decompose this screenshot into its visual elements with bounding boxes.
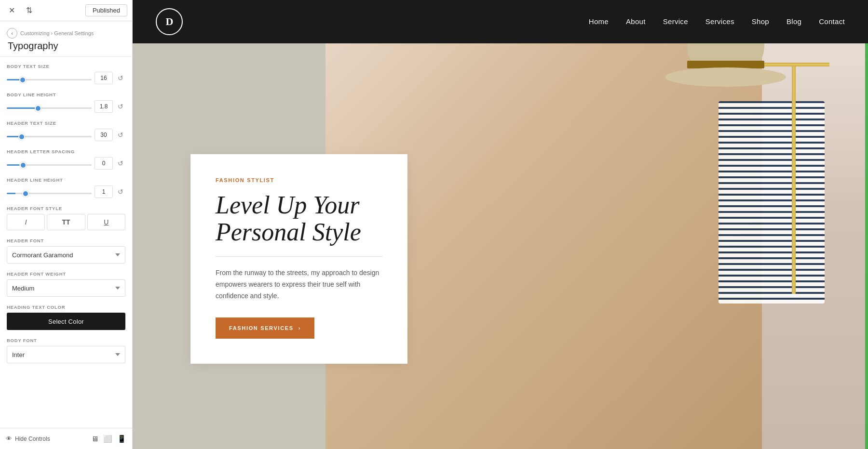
nav-item-home[interactable]: Home [589, 17, 609, 26]
allcaps-button[interactable]: TT [47, 214, 85, 230]
nav-link-blog[interactable]: Blog [787, 17, 801, 26]
hide-controls-button[interactable]: 👁 Hide Controls [6, 435, 50, 442]
header-line-height-slider[interactable] [7, 193, 92, 194]
header-letter-spacing-row: ↺ [7, 157, 125, 170]
font-style-row: I TT U [7, 214, 125, 230]
header-font-style-label: HEADER FONT STYLE [7, 206, 125, 211]
panel-title: Typography [7, 40, 125, 52]
header-font-weight-group: HEADER FONT WEIGHT Thin Light Regular Me… [7, 271, 125, 297]
header-line-height-row: ↺ [7, 185, 125, 198]
header-letter-spacing-input[interactable] [95, 157, 113, 170]
header-font-style-group: HEADER FONT STYLE I TT U [7, 206, 125, 230]
body-text-size-reset[interactable]: ↺ [116, 73, 125, 83]
header-text-size-row: ↺ [7, 129, 125, 141]
view-icons: 🖥 ⬜ 📱 [91, 435, 126, 443]
bottom-bar: 👁 Hide Controls 🖥 ⬜ 📱 [0, 428, 132, 449]
body-line-height-slider-wrap [7, 102, 92, 111]
eye-icon: 👁 [6, 435, 12, 442]
left-panel: ✕ ⇅ Published ‹ Customizing › General Se… [0, 0, 133, 449]
settings-content: BODY TEXT SIZE ↺ BODY LINE HEIGHT ↺ [0, 57, 132, 449]
body-font-group: BODY FONT Inter Open Sans Roboto Lato [7, 338, 125, 363]
header-font-dropdown[interactable]: Cormorant Garamond Playfair Display Lora… [7, 246, 125, 264]
published-button[interactable]: Published [85, 4, 127, 16]
header-text-size-slider-wrap [7, 131, 92, 139]
mobile-view-icon[interactable]: 📱 [117, 435, 126, 443]
hero-section: FASHION STYLIST Level Up Your Personal S… [133, 43, 868, 449]
nav-link-about[interactable]: About [626, 17, 646, 26]
header-font-label: HEADER FONT [7, 238, 125, 243]
close-icon[interactable]: ✕ [5, 4, 18, 17]
body-line-height-label: BODY LINE HEIGHT [7, 92, 125, 97]
hat-brim [665, 67, 786, 87]
top-bar-icons: ✕ ⇅ [5, 4, 36, 17]
panel-header: ‹ Customizing › General Settings Typogra… [0, 21, 132, 57]
header-line-height-reset[interactable]: ↺ [116, 187, 125, 197]
select-color-button[interactable]: Select Color [7, 313, 125, 330]
heading-text-color-label: HEADING TEXT COLOR [7, 304, 125, 310]
green-bar [865, 43, 868, 449]
body-font-label: BODY FONT [7, 338, 125, 343]
site-nav: D Home About Service Services Shop Blog … [133, 0, 868, 43]
header-font-group: HEADER FONT Cormorant Garamond Playfair … [7, 238, 125, 264]
header-line-height-label: HEADER LINE HEIGHT [7, 177, 125, 183]
header-line-height-group: HEADER LINE HEIGHT ↺ [7, 177, 125, 198]
italic-button[interactable]: I [7, 214, 45, 230]
header-letter-spacing-slider[interactable] [7, 164, 92, 166]
swap-icon[interactable]: ⇅ [22, 4, 36, 17]
body-text-size-slider-wrap [7, 74, 92, 82]
header-text-size-group: HEADER TEXT SIZE ↺ [7, 120, 125, 141]
nav-link-home[interactable]: Home [589, 17, 609, 26]
header-font-weight-dropdown[interactable]: Thin Light Regular Medium Bold [7, 279, 125, 297]
tablet-view-icon[interactable]: ⬜ [103, 435, 112, 443]
card-divider [216, 256, 382, 257]
back-button[interactable]: ‹ [7, 28, 17, 39]
body-text-size-input[interactable] [95, 72, 113, 84]
nav-link-services[interactable]: Services [705, 17, 734, 26]
cta-button[interactable]: FASHION SERVICES › [216, 317, 314, 339]
body-line-height-group: BODY LINE HEIGHT ↺ [7, 92, 125, 113]
header-text-size-input[interactable] [95, 129, 113, 141]
site-logo: D [156, 8, 183, 35]
header-text-size-label: HEADER TEXT SIZE [7, 120, 125, 126]
nav-item-blog[interactable]: Blog [787, 17, 801, 26]
cta-label: FASHION SERVICES [229, 325, 294, 331]
body-line-height-reset[interactable]: ↺ [116, 102, 125, 111]
header-letter-spacing-reset[interactable]: ↺ [116, 158, 125, 168]
nav-item-service[interactable]: Service [663, 17, 688, 26]
top-bar: ✕ ⇅ Published [0, 0, 132, 21]
desktop-view-icon[interactable]: 🖥 [91, 435, 98, 443]
card-category: FASHION STYLIST [216, 177, 382, 183]
nav-link-contact[interactable]: Contact [819, 17, 845, 26]
hero-card: FASHION STYLIST Level Up Your Personal S… [190, 154, 407, 364]
nav-item-contact[interactable]: Contact [819, 17, 845, 26]
header-letter-spacing-group: HEADER LETTER SPACING ↺ [7, 149, 125, 170]
nav-link-shop[interactable]: Shop [752, 17, 769, 26]
nav-item-services[interactable]: Services [705, 17, 734, 26]
body-text-size-row: ↺ [7, 72, 125, 84]
header-line-height-input[interactable] [95, 185, 113, 198]
heading-text-color-group: HEADING TEXT COLOR Select Color [7, 304, 125, 330]
back-row: ‹ Customizing › General Settings [7, 28, 125, 39]
nav-item-about[interactable]: About [626, 17, 646, 26]
striped-shirt [719, 101, 825, 304]
body-font-dropdown[interactable]: Inter Open Sans Roboto Lato [7, 346, 125, 363]
preview-area: D Home About Service Services Shop Blog … [133, 0, 868, 449]
body-text-size-slider[interactable] [7, 79, 92, 80]
body-line-height-row: ↺ [7, 100, 125, 113]
hide-controls-label: Hide Controls [15, 436, 50, 442]
nav-item-shop[interactable]: Shop [752, 17, 769, 26]
rack-bar-vertical [792, 63, 796, 294]
body-line-height-input[interactable] [95, 100, 113, 113]
breadcrumb: Customizing › General Settings [20, 30, 94, 36]
header-text-size-reset[interactable]: ↺ [116, 130, 125, 140]
underline-button[interactable]: U [87, 214, 125, 230]
header-letter-spacing-slider-wrap [7, 159, 92, 168]
body-line-height-slider[interactable] [7, 107, 92, 109]
site-menu: Home About Service Services Shop Blog Co… [589, 17, 845, 26]
body-text-size-group: BODY TEXT SIZE ↺ [7, 64, 125, 84]
header-text-size-slider[interactable] [7, 136, 92, 137]
card-body-text: From the runway to the streets, my appro… [216, 267, 382, 302]
card-title: Level Up Your Personal Style [216, 192, 382, 246]
header-line-height-slider-wrap [7, 187, 92, 196]
nav-link-service[interactable]: Service [663, 17, 688, 26]
